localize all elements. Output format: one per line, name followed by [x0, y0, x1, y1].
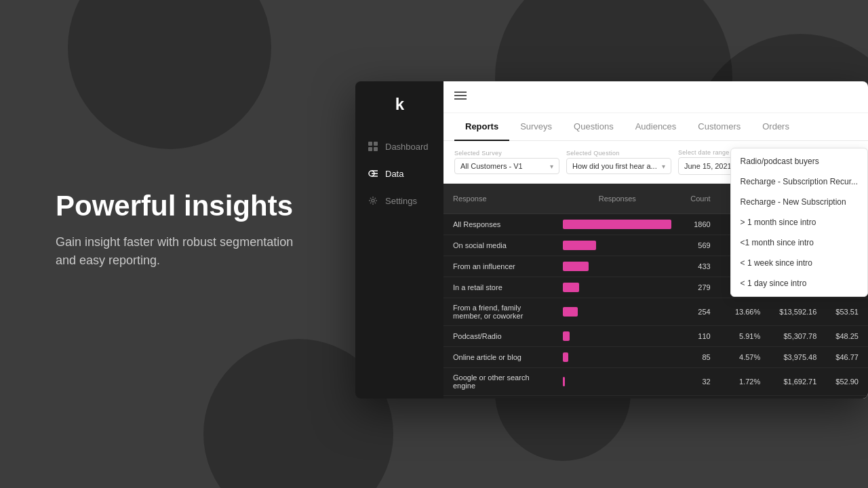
cell-val2: $46.77 — [826, 347, 868, 368]
filters-row: Selected Survey All Customers - V1 ▾ Sel… — [443, 141, 868, 184]
sub-heading: Gain insight faster with robust segmenta… — [56, 233, 313, 270]
sidebar: k Dashboard Data — [355, 81, 443, 399]
question-value: How did you first hear a... — [572, 162, 657, 170]
question-chevron-icon: ▾ — [662, 163, 665, 170]
svg-rect-1 — [374, 142, 378, 146]
cell-val1: $1,692.71 — [770, 368, 826, 396]
col-header-count: Count — [681, 184, 719, 214]
cell-count: 279 — [681, 277, 719, 298]
tab-orders[interactable]: Orders — [751, 113, 800, 141]
segment-dropdown: Radio/podcast buyers Recharge - Subscrip… — [730, 148, 868, 297]
cell-response: In a retail store — [443, 277, 553, 298]
cell-val1: $13,592.16 — [770, 298, 826, 326]
cell-count: 110 — [681, 326, 719, 347]
data-icon — [368, 168, 378, 179]
cell-bar — [553, 214, 681, 235]
survey-dropdown[interactable]: All Customers - V1 ▾ — [454, 158, 559, 174]
cell-response: From a friend, family member, or coworke… — [443, 298, 553, 326]
cell-pct: 4.57% — [720, 347, 770, 368]
cell-count: 85 — [681, 347, 719, 368]
main-content: Reports Surveys Questions Audiences Cust… — [443, 81, 868, 399]
cell-val2: $53.51 — [826, 298, 868, 326]
svg-rect-3 — [374, 147, 378, 151]
cell-val2: $45.56 — [826, 396, 868, 399]
cell-response: All Responses — [443, 214, 553, 235]
svg-rect-0 — [368, 142, 372, 146]
cell-response: On social media — [443, 235, 553, 256]
cell-val1: $5,307.78 — [770, 326, 826, 347]
cell-response: Online article or blog — [443, 347, 553, 368]
dropdown-item-0[interactable]: Radio/podcast buyers — [731, 151, 867, 171]
cell-bar — [553, 277, 681, 298]
left-content: Powerful insights Gain insight faster wi… — [56, 190, 313, 270]
hamburger-icon[interactable] — [454, 91, 467, 103]
question-label: Selected Question — [566, 150, 671, 157]
cell-response: Imperfect Foods — [443, 396, 553, 399]
cell-val2: $52.90 — [826, 368, 868, 396]
main-heading: Powerful insights — [56, 190, 313, 222]
dashboard-icon — [368, 141, 378, 152]
cell-response: Google or other search engine — [443, 368, 553, 396]
col-header-response: Response — [443, 184, 553, 214]
cell-bar — [553, 298, 681, 326]
cell-bar — [553, 347, 681, 368]
svg-rect-2 — [368, 147, 372, 151]
app-window: k Dashboard Data — [355, 81, 868, 399]
nav-tabs: Reports Surveys Questions Audiences Cust… — [443, 113, 868, 141]
question-dropdown[interactable]: How did you first hear a... ▾ — [566, 158, 671, 174]
cell-count: 7 — [681, 396, 719, 399]
cell-bar — [553, 326, 681, 347]
sidebar-data-label: Data — [385, 169, 403, 179]
tab-customers[interactable]: Customers — [687, 113, 751, 141]
cell-response: Podcast/Radio — [443, 326, 553, 347]
cell-val1: $318.92 — [770, 396, 826, 399]
cell-pct: 13.66% — [720, 298, 770, 326]
tab-audiences[interactable]: Audiences — [625, 113, 688, 141]
survey-value: All Customers - V1 — [460, 162, 523, 170]
table-row: Online article or blog 85 4.57% $3,975.4… — [443, 347, 868, 368]
cell-count: 254 — [681, 298, 719, 326]
cell-val2: $48.25 — [826, 326, 868, 347]
survey-filter: Selected Survey All Customers - V1 ▾ — [454, 150, 559, 174]
table-row: Google or other search engine 32 1.72% $… — [443, 368, 868, 396]
svg-point-8 — [372, 199, 374, 202]
cell-count: 1860 — [681, 214, 719, 235]
settings-icon — [368, 195, 378, 206]
dropdown-item-3[interactable]: > 1 month since intro — [731, 212, 867, 232]
bg-circle-1 — [68, 0, 271, 149]
cell-bar — [553, 396, 681, 399]
dropdown-item-4[interactable]: <1 month since intro — [731, 232, 867, 253]
cell-val1: $3,975.48 — [770, 347, 826, 368]
survey-chevron-icon: ▾ — [550, 163, 553, 170]
cell-pct: 1.72% — [720, 368, 770, 396]
top-bar — [443, 81, 868, 113]
tab-questions[interactable]: Questions — [563, 113, 625, 141]
cell-count: 32 — [681, 368, 719, 396]
sidebar-dashboard-label: Dashboard — [385, 142, 429, 152]
table-row: From a friend, family member, or coworke… — [443, 298, 868, 326]
tab-reports[interactable]: Reports — [454, 113, 509, 141]
sidebar-settings-label: Settings — [385, 196, 417, 206]
cell-pct: 0.38% — [720, 396, 770, 399]
sidebar-item-data[interactable]: Data — [355, 161, 443, 186]
logo: k — [395, 95, 403, 114]
cell-bar — [553, 368, 681, 396]
cell-bar — [553, 256, 681, 277]
dropdown-item-2[interactable]: Recharge - New Subscription — [731, 192, 867, 212]
dropdown-item-5[interactable]: < 1 week since intro — [731, 253, 867, 273]
survey-label: Selected Survey — [454, 150, 559, 157]
table-row: Imperfect Foods 7 0.38% $318.92 $45.56 — [443, 396, 868, 399]
table-row: Podcast/Radio 110 5.91% $5,307.78 $48.25 — [443, 326, 868, 347]
cell-count: 569 — [681, 235, 719, 256]
sidebar-item-settings[interactable]: Settings — [355, 188, 443, 213]
question-filter: Selected Question How did you first hear… — [566, 150, 671, 174]
sidebar-item-dashboard[interactable]: Dashboard — [355, 134, 443, 159]
dropdown-item-6[interactable]: < 1 day since intro — [731, 273, 867, 293]
cell-count: 433 — [681, 256, 719, 277]
tab-surveys[interactable]: Surveys — [509, 113, 563, 141]
cell-bar — [553, 235, 681, 256]
dropdown-item-1[interactable]: Recharge - Subscription Recur... — [731, 171, 867, 192]
cell-pct: 5.91% — [720, 326, 770, 347]
col-header-responses: Responses — [553, 184, 681, 214]
cell-response: From an influencer — [443, 256, 553, 277]
